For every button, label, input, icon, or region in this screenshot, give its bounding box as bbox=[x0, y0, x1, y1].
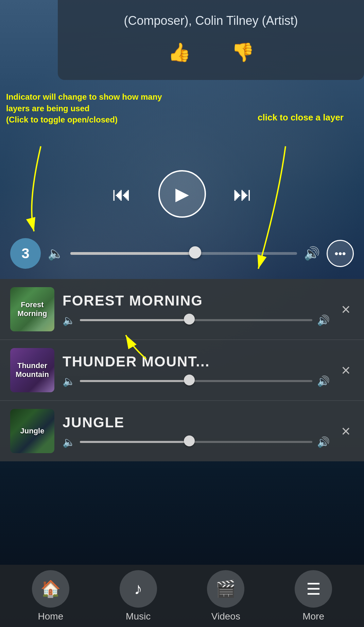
nav-label-more: More bbox=[302, 611, 324, 622]
forest-thumb-label: ForestMorning bbox=[18, 300, 47, 318]
layer-item-thunder: ThunderMountain THUNDER MOUNT... 🔈 🔊 × bbox=[0, 340, 364, 401]
forest-title: FOREST MORNING bbox=[63, 293, 330, 309]
annotation-left-line1: Indicator will change to show how many l… bbox=[6, 91, 176, 114]
thumbs-row: 👍 👎 bbox=[78, 42, 344, 63]
artist-text: (Composer), Colin Tilney (Artist) bbox=[78, 14, 344, 28]
jungle-title: JUNGLE bbox=[63, 414, 330, 431]
forest-volume-slider[interactable] bbox=[80, 318, 312, 322]
thunder-info: THUNDER MOUNT... 🔈 🔊 bbox=[63, 353, 330, 387]
thunder-volume-slider[interactable] bbox=[80, 379, 312, 383]
volume-low-icon: 🔈 bbox=[48, 246, 64, 261]
nav-item-music[interactable]: ♪ Music bbox=[120, 570, 157, 622]
player-controls: ⏮ ▶ ⏭ bbox=[0, 170, 364, 218]
forest-close-button[interactable]: × bbox=[338, 300, 354, 318]
nav-label-music: Music bbox=[126, 611, 151, 622]
thunder-close-button[interactable]: × bbox=[338, 361, 354, 379]
thunder-slider-thumb[interactable] bbox=[184, 375, 195, 385]
main-content: (Composer), Colin Tilney (Artist) 👍 👎 In… bbox=[0, 0, 364, 627]
thunder-volume-row: 🔈 🔊 bbox=[63, 375, 330, 387]
volume-high-icon: 🔊 bbox=[304, 246, 320, 261]
controls-bar: 3 🔈 🔊 ••• bbox=[10, 238, 354, 269]
jungle-slider-track bbox=[80, 441, 312, 443]
nav-item-home[interactable]: 🏠 Home bbox=[32, 570, 69, 622]
annotation-left-line2: (Click to toggle open/closed) bbox=[6, 114, 176, 126]
annotation-right: click to close a layer bbox=[258, 112, 344, 123]
like-button[interactable]: 👍 bbox=[168, 42, 191, 63]
skip-forward-button[interactable]: ⏭ bbox=[233, 183, 252, 205]
layer-item-forest: ForestMorning FOREST MORNING 🔈 🔊 × bbox=[0, 279, 364, 340]
thunder-thumb-label: ThunderMountain bbox=[16, 361, 49, 379]
forest-slider-fill bbox=[80, 319, 189, 321]
more-options-button[interactable]: ••• bbox=[327, 240, 354, 267]
jungle-slider-fill bbox=[80, 441, 189, 443]
jungle-volume-row: 🔈 🔊 bbox=[63, 436, 330, 448]
more-icon: ☰ bbox=[295, 570, 332, 608]
play-button[interactable]: ▶ bbox=[158, 170, 206, 218]
nav-item-videos[interactable]: 🎬 Videos bbox=[207, 570, 244, 622]
forest-volume-row: 🔈 🔊 bbox=[63, 314, 330, 326]
music-icon: ♪ bbox=[120, 570, 157, 608]
jungle-vol-high-icon: 🔊 bbox=[317, 436, 330, 448]
forest-vol-low-icon: 🔈 bbox=[63, 314, 75, 326]
jungle-close-button[interactable]: × bbox=[338, 422, 354, 440]
slider-track bbox=[70, 252, 297, 255]
bottom-nav: 🏠 Home ♪ Music 🎬 Videos ☰ More bbox=[0, 565, 364, 627]
thunder-title: THUNDER MOUNT... bbox=[63, 353, 330, 370]
top-card: (Composer), Colin Tilney (Artist) 👍 👎 bbox=[58, 0, 364, 80]
forest-slider-track bbox=[80, 319, 312, 321]
nav-label-home: Home bbox=[38, 611, 64, 622]
jungle-info: JUNGLE 🔈 🔊 bbox=[63, 414, 330, 448]
nav-label-videos: Videos bbox=[211, 611, 240, 622]
forest-vol-high-icon: 🔊 bbox=[317, 314, 330, 326]
videos-icon: 🎬 bbox=[207, 570, 244, 608]
jungle-slider-thumb[interactable] bbox=[184, 435, 195, 446]
thunder-vol-low-icon: 🔈 bbox=[63, 375, 75, 387]
nav-item-more[interactable]: ☰ More bbox=[295, 570, 332, 622]
dislike-button[interactable]: 👎 bbox=[231, 42, 254, 63]
home-icon: 🏠 bbox=[32, 570, 69, 608]
forest-thumbnail: ForestMorning bbox=[10, 287, 54, 331]
slider-fill bbox=[70, 252, 195, 255]
thunder-thumbnail: ThunderMountain bbox=[10, 348, 54, 392]
main-volume-slider[interactable] bbox=[70, 251, 297, 256]
forest-info: FOREST MORNING 🔈 🔊 bbox=[63, 293, 330, 326]
thunder-slider-fill bbox=[80, 380, 189, 382]
layer-indicator[interactable]: 3 bbox=[10, 238, 41, 269]
jungle-thumb-label: Jungle bbox=[20, 427, 45, 435]
layer-item-jungle: Jungle JUNGLE 🔈 🔊 × bbox=[0, 401, 364, 461]
skip-back-button[interactable]: ⏮ bbox=[112, 183, 131, 205]
jungle-vol-low-icon: 🔈 bbox=[63, 436, 75, 448]
thunder-slider-track bbox=[80, 380, 312, 382]
jungle-thumbnail: Jungle bbox=[10, 409, 54, 453]
thunder-vol-high-icon: 🔊 bbox=[317, 375, 330, 387]
jungle-volume-slider[interactable] bbox=[80, 440, 312, 444]
forest-slider-thumb[interactable] bbox=[184, 314, 195, 325]
layers-panel: ForestMorning FOREST MORNING 🔈 🔊 × bbox=[0, 279, 364, 461]
annotation-left: Indicator will change to show how many l… bbox=[6, 91, 176, 126]
slider-thumb[interactable] bbox=[189, 246, 201, 259]
